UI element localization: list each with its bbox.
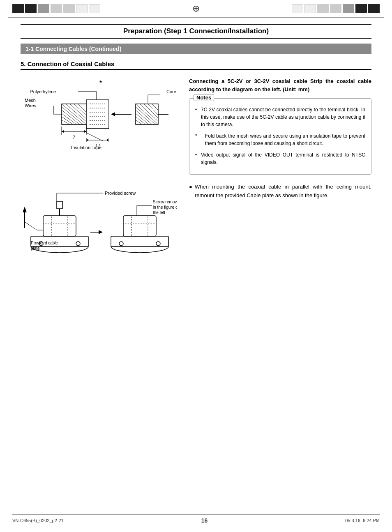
bottom-right: When mounting the coaxial cable in paral… [189, 183, 371, 257]
svg-rect-62 [57, 201, 62, 209]
block-2 [25, 4, 37, 13]
block-r1 [292, 4, 303, 13]
page: Preparation (Step 1 Connection/Installat… [0, 0, 392, 532]
svg-line-76 [25, 222, 37, 230]
notes-item-3: Video output signal of the VIDEO OUT ter… [195, 151, 365, 166]
footer: VN-C655(B)_0202_p2-21 16 05.3.16, 6:24 P… [0, 514, 392, 524]
svg-text:Screw removed: Screw removed [153, 200, 177, 204]
svg-rect-60 [43, 216, 76, 236]
notes-box: Notes 7C-2V coaxial cables cannot be con… [189, 98, 371, 175]
svg-text:Mesh: Mesh [25, 98, 36, 103]
crosshair-icon [191, 3, 201, 14]
svg-marker-20 [111, 112, 115, 116]
svg-text:the left: the left [153, 210, 165, 215]
svg-text:Polyethylene: Polyethylene [30, 89, 56, 94]
svg-line-31 [136, 120, 142, 124]
cable-svg: * [21, 77, 177, 159]
right-col: Connecting a 5C-2V or 3C-2V coaxial cabl… [189, 77, 371, 175]
svg-text:Insulation Tape: Insulation Tape [71, 145, 101, 150]
footer-right: 05.3.16, 6:24 PM [345, 518, 380, 523]
svg-line-28 [136, 110, 152, 124]
block-r2 [304, 4, 316, 13]
page-title: Preparation (Step 1 Connection/Installat… [21, 24, 371, 39]
svg-marker-36 [62, 130, 64, 133]
footer-line [12, 514, 380, 515]
block-6 [76, 4, 88, 13]
main-two-col: * [21, 77, 371, 175]
intro-text: Connecting a 5C-2V or 3C-2V coaxial cabl… [189, 77, 371, 93]
install-svg: Provided screw Provided cable plate [21, 183, 177, 257]
mounting-text: When mounting the coaxial cable in paral… [189, 183, 371, 200]
svg-point-85 [119, 242, 123, 246]
block-5 [63, 4, 75, 13]
svg-line-5 [74, 104, 86, 115]
header-center [100, 3, 292, 14]
svg-point-86 [156, 242, 160, 246]
svg-marker-69 [23, 207, 27, 212]
block-7 [89, 4, 100, 13]
header-bar [0, 0, 392, 17]
bottom-section: Provided screw Provided cable plate [21, 183, 371, 257]
cable-diagram: * [21, 77, 177, 159]
bottom-left: Provided screw Provided cable plate [21, 183, 177, 257]
svg-line-29 [136, 113, 149, 124]
svg-text:Wires: Wires [25, 103, 37, 108]
page-number: 16 [201, 517, 208, 524]
block-r6 [355, 4, 367, 13]
page-title-section: Preparation (Step 1 Connection/Installat… [21, 24, 371, 39]
svg-text:7: 7 [73, 135, 75, 140]
block-r4 [330, 4, 341, 13]
svg-line-8 [62, 110, 80, 124]
svg-text:Provided screw: Provided screw [105, 191, 136, 196]
svg-line-11 [62, 120, 70, 124]
notes-item-2: Fold back the mesh wires and secure usin… [195, 132, 365, 147]
block-4 [51, 4, 62, 13]
install-diagram: Provided screw Provided cable plate [21, 183, 177, 257]
notes-item-1: 7C-2V coaxial cables cannot be connected… [195, 106, 365, 128]
svg-point-67 [76, 242, 80, 246]
subsection-title: 5. Connection of Coaxial Cables [21, 60, 371, 70]
svg-text:Provided cable: Provided cable [31, 241, 58, 245]
section-header: 1-1 Connecting Cables (Continued) [21, 44, 371, 54]
notes-label: Notes [194, 94, 214, 101]
header-blocks-right [292, 4, 380, 13]
svg-line-56 [86, 133, 103, 141]
svg-text:plate: plate [31, 246, 40, 251]
svg-rect-81 [123, 216, 156, 236]
block-3 [38, 4, 49, 13]
svg-line-6 [78, 104, 86, 112]
svg-marker-37 [84, 130, 86, 133]
svg-marker-42 [86, 139, 88, 141]
header-blocks-left [12, 4, 100, 13]
svg-text:*: * [99, 79, 102, 86]
svg-text:in the figure on: in the figure on [153, 205, 177, 210]
svg-marker-71 [99, 230, 103, 234]
block-r3 [317, 4, 329, 13]
notes-list: 7C-2V coaxial cables cannot be connected… [195, 103, 365, 166]
svg-line-9 [62, 113, 76, 124]
block-1 [12, 4, 24, 13]
footer-content: VN-C655(B)_0202_p2-21 16 05.3.16, 6:24 P… [12, 517, 380, 524]
svg-line-2 [62, 104, 86, 124]
svg-text:Core Wire: Core Wire [166, 89, 177, 94]
left-col: * [21, 77, 177, 175]
footer-left: VN-C655(B)_0202_p2-21 [12, 518, 64, 523]
svg-marker-43 [107, 139, 109, 141]
svg-line-4 [70, 104, 86, 119]
block-r7 [368, 4, 380, 13]
main-content: Preparation (Step 1 Connection/Installat… [0, 18, 392, 265]
block-r5 [343, 4, 354, 13]
